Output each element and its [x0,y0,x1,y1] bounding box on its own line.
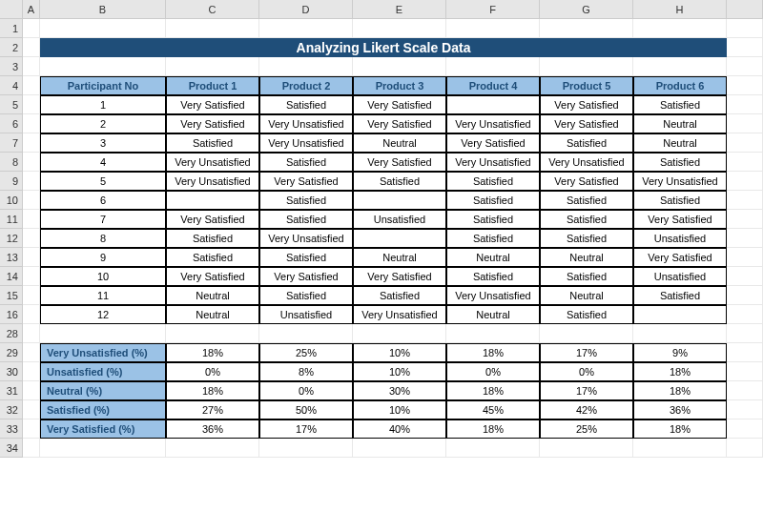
pct-cell[interactable]: 0% [166,362,259,381]
cell[interactable] [259,439,353,458]
data-cell[interactable] [633,305,727,324]
data-cell[interactable]: Very Unsatisfied [446,286,540,305]
participant-no[interactable]: 9 [40,248,166,267]
pct-cell[interactable]: 0% [446,362,540,381]
col-C[interactable]: C [166,0,259,19]
cell[interactable] [727,153,763,172]
cell[interactable] [23,439,40,458]
cell[interactable] [727,400,763,419]
cell[interactable] [727,19,763,38]
data-cell[interactable]: Very Satisfied [259,267,353,286]
cell[interactable] [540,439,633,458]
cell[interactable] [23,133,40,153]
cell[interactable] [446,19,540,38]
pct-cell[interactable]: 18% [633,362,727,381]
data-cell[interactable]: Very Satisfied [353,114,446,133]
cell[interactable] [540,324,633,343]
row-28[interactable]: 28 [0,324,23,343]
data-cell[interactable]: Very Satisfied [166,210,259,229]
row-16[interactable]: 16 [0,305,23,324]
participant-no[interactable]: 6 [40,191,166,210]
row-6[interactable]: 6 [0,114,23,133]
cell[interactable] [727,305,763,324]
row-32[interactable]: 32 [0,400,23,419]
pct-cell[interactable]: 10% [353,343,446,362]
data-cell[interactable]: Very Satisfied [259,172,353,191]
cell[interactable] [40,439,166,458]
data-cell[interactable]: Satisfied [633,286,727,305]
row-10[interactable]: 10 [0,191,23,210]
cell[interactable] [23,19,40,38]
col-F[interactable]: F [446,0,540,19]
data-cell[interactable]: Neutral [540,248,633,267]
row-8[interactable]: 8 [0,153,23,172]
participant-no[interactable]: 3 [40,133,166,153]
pct-cell[interactable]: 36% [633,400,727,419]
header-product-4[interactable]: Product 4 [446,76,540,95]
cell[interactable] [353,324,446,343]
cell[interactable] [23,191,40,210]
cell[interactable] [40,19,166,38]
data-cell[interactable]: Very Unsatisfied [259,133,353,153]
data-cell[interactable]: Unsatisfied [633,229,727,248]
pct-cell[interactable]: 0% [540,362,633,381]
data-cell[interactable]: Satisfied [540,191,633,210]
data-cell[interactable] [446,95,540,114]
cell[interactable] [727,343,763,362]
row-2[interactable]: 2 [0,38,23,57]
data-cell[interactable]: Very Unsatisfied [259,229,353,248]
pct-cell[interactable]: 42% [540,400,633,419]
cell[interactable] [633,439,727,458]
row-3[interactable]: 3 [0,57,23,76]
data-cell[interactable]: Very Unsatisfied [166,153,259,172]
data-cell[interactable]: Satisfied [633,191,727,210]
cell[interactable] [727,191,763,210]
pct-label-neutral[interactable]: Neutral (%) [40,381,166,400]
row-5[interactable]: 5 [0,95,23,114]
pct-cell[interactable]: 25% [540,419,633,439]
cell[interactable] [633,324,727,343]
row-7[interactable]: 7 [0,133,23,153]
cell[interactable] [259,324,353,343]
cell[interactable] [446,324,540,343]
cell[interactable] [353,19,446,38]
participant-no[interactable]: 8 [40,229,166,248]
data-cell[interactable]: Satisfied [166,248,259,267]
data-cell[interactable]: Unsatisfied [259,305,353,324]
pct-cell[interactable]: 18% [446,343,540,362]
pct-cell[interactable]: 10% [353,400,446,419]
select-all-corner[interactable] [0,0,23,19]
pct-cell[interactable]: 9% [633,343,727,362]
row-1[interactable]: 1 [0,19,23,38]
row-9[interactable]: 9 [0,172,23,191]
data-cell[interactable]: Neutral [166,286,259,305]
cell[interactable] [166,19,259,38]
cell[interactable] [633,19,727,38]
data-cell[interactable]: Neutral [446,305,540,324]
data-cell[interactable]: Neutral [166,305,259,324]
cell[interactable] [23,229,40,248]
data-cell[interactable]: Satisfied [259,153,353,172]
cell[interactable] [446,57,540,76]
row-29[interactable]: 29 [0,343,23,362]
header-product-6[interactable]: Product 6 [633,76,727,95]
cell[interactable] [727,267,763,286]
data-cell[interactable]: Satisfied [353,172,446,191]
data-cell[interactable]: Very Unsatisfied [446,114,540,133]
col-E[interactable]: E [353,0,446,19]
cell[interactable] [23,267,40,286]
cell[interactable] [727,229,763,248]
data-cell[interactable]: Satisfied [259,191,353,210]
data-cell[interactable]: Satisfied [259,210,353,229]
cell[interactable] [40,324,166,343]
data-cell[interactable] [353,229,446,248]
pct-cell[interactable]: 18% [166,381,259,400]
data-cell[interactable]: Neutral [446,248,540,267]
data-cell[interactable]: Very Satisfied [633,248,727,267]
cell[interactable] [540,19,633,38]
cell[interactable] [727,439,763,458]
pct-cell[interactable]: 17% [259,419,353,439]
pct-label-very-satisfied[interactable]: Very Satisfied (%) [40,419,166,439]
cell[interactable] [633,57,727,76]
row-14[interactable]: 14 [0,267,23,286]
